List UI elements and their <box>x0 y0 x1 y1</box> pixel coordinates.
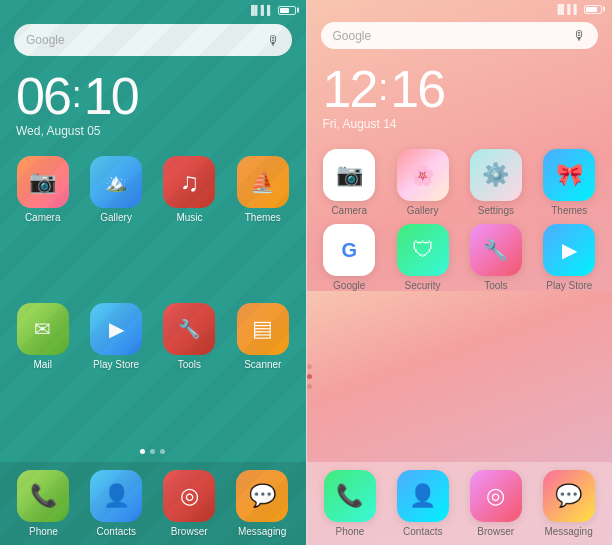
app-icon-tools-right: 🔧 <box>470 224 522 276</box>
app-label-settings-right: Settings <box>478 205 514 216</box>
app-icon-google-right: G <box>323 224 375 276</box>
status-icons-left: ▐▌▌▌ <box>248 5 296 15</box>
dock-left: 📞 Phone 👤 Contacts ◎ Browser 💬 Messaging <box>0 462 306 545</box>
app-item-security-right[interactable]: 🛡 Security <box>390 224 455 291</box>
app-item-google-right[interactable]: G Google <box>317 224 382 291</box>
app-icon-scanner-left: ▤ <box>237 303 289 355</box>
clock-minute-right: 16 <box>390 63 444 115</box>
app-item-gallery-left[interactable]: 🏔️ Gallery <box>83 156 148 295</box>
app-icon-themes-left: ⛵ <box>237 156 289 208</box>
app-item-playstore-left[interactable]: ▶ Play Store <box>83 303 148 442</box>
dock-icon-messaging-left: 💬 <box>236 470 288 522</box>
dock-label-messaging-right: Messaging <box>544 526 592 537</box>
app-icon-mail-left: ✉ <box>17 303 69 355</box>
clock-date-right: Fri, August 14 <box>323 117 597 131</box>
dots-left <box>0 441 306 462</box>
app-label-playstore-right: Play Store <box>546 280 592 291</box>
dock-item-messaging-left[interactable]: 💬 Messaging <box>229 470 296 537</box>
clock-time-left: 06 : 10 <box>16 70 290 122</box>
dot-3-left <box>160 449 165 454</box>
dock-label-messaging-left: Messaging <box>238 526 286 537</box>
dock-item-contacts-right[interactable]: 👤 Contacts <box>389 470 456 537</box>
dock-label-phone-right: Phone <box>335 526 364 537</box>
dock-item-browser-left[interactable]: ◎ Browser <box>156 470 223 537</box>
app-item-tools-right[interactable]: 🔧 Tools <box>463 224 528 291</box>
dock-icon-contacts-left: 👤 <box>90 470 142 522</box>
status-bar-left: ▐▌▌▌ <box>0 0 306 18</box>
dock-icon-messaging-right: 💬 <box>543 470 595 522</box>
dock-item-browser-right[interactable]: ◎ Browser <box>462 470 529 537</box>
battery-fill-right <box>586 7 597 12</box>
app-item-mail-left[interactable]: ✉ Mail <box>10 303 75 442</box>
app-icon-security-right: 🛡 <box>397 224 449 276</box>
app-item-settings-right[interactable]: ⚙️ Settings <box>463 149 528 216</box>
app-item-camera-left[interactable]: 📷 Camera <box>10 156 75 295</box>
app-item-tools-left[interactable]: 🔧 Tools <box>157 303 222 442</box>
app-item-music-left[interactable]: ♫ Music <box>157 156 222 295</box>
dock-icon-contacts-right: 👤 <box>397 470 449 522</box>
app-icon-playstore-left: ▶ <box>90 303 142 355</box>
app-label-gallery-left: Gallery <box>100 212 132 223</box>
app-label-themes-right: Themes <box>551 205 587 216</box>
app-icon-camera-left: 📷 <box>17 156 69 208</box>
clock-area-left: 06 : 10 Wed, August 05 <box>0 62 306 146</box>
dot-2-left <box>150 449 155 454</box>
app-label-scanner-left: Scanner <box>244 359 281 370</box>
dock-right: 📞 Phone 👤 Contacts ◎ Browser 💬 Messaging <box>307 462 613 545</box>
dock-item-phone-left[interactable]: 📞 Phone <box>10 470 77 537</box>
clock-time-right: 12 : 16 <box>323 63 597 115</box>
battery-right <box>584 5 602 14</box>
signal-left: ▐▌▌▌ <box>248 5 274 15</box>
clock-minute-left: 10 <box>84 70 138 122</box>
app-label-tools-left: Tools <box>178 359 201 370</box>
app-label-themes-left: Themes <box>245 212 281 223</box>
clock-hour-left: 06 <box>16 70 70 122</box>
dock-item-contacts-left[interactable]: 👤 Contacts <box>83 470 150 537</box>
app-label-playstore-left: Play Store <box>93 359 139 370</box>
clock-area-right: 12 : 16 Fri, August 14 <box>307 55 613 139</box>
app-item-themes-left[interactable]: ⛵ Themes <box>230 156 295 295</box>
clock-colon-left: : <box>72 74 82 116</box>
app-icon-tools-left: 🔧 <box>163 303 215 355</box>
dock-icon-browser-right: ◎ <box>470 470 522 522</box>
app-label-camera-left: Camera <box>25 212 61 223</box>
search-bar-left[interactable]: Google 🎙 <box>14 24 292 56</box>
search-text-right: Google <box>333 29 574 43</box>
search-text-left: Google <box>26 33 267 47</box>
app-item-themes-right[interactable]: 🎀 Themes <box>537 149 602 216</box>
app-label-music-left: Music <box>176 212 202 223</box>
dot-1-left <box>140 449 145 454</box>
app-label-google-right: Google <box>333 280 365 291</box>
app-icon-music-left: ♫ <box>163 156 215 208</box>
app-icon-camera-right: 📷 <box>323 149 375 201</box>
mic-icon-left: 🎙 <box>267 33 280 48</box>
dock-icon-browser-left: ◎ <box>163 470 215 522</box>
dock-label-contacts-left: Contacts <box>97 526 136 537</box>
dot-3-right <box>307 384 312 389</box>
app-item-playstore-right[interactable]: ▶ Play Store <box>537 224 602 291</box>
phone-left: ▐▌▌▌ Google 🎙 06 : 10 Wed, August 05 📷 C… <box>0 0 306 545</box>
dock-label-phone-left: Phone <box>29 526 58 537</box>
battery-left <box>278 6 296 15</box>
search-bar-right[interactable]: Google 🎙 <box>321 22 599 49</box>
battery-fill-left <box>280 8 290 13</box>
dock-item-phone-right[interactable]: 📞 Phone <box>317 470 384 537</box>
app-label-camera-right: Camera <box>331 205 367 216</box>
dock-label-browser-left: Browser <box>171 526 208 537</box>
dot-1-right <box>307 364 312 369</box>
dot-2-right <box>307 374 312 379</box>
dock-label-browser-right: Browser <box>477 526 514 537</box>
mic-icon-right: 🎙 <box>573 28 586 43</box>
dock-item-messaging-right[interactable]: 💬 Messaging <box>535 470 602 537</box>
app-item-scanner-left[interactable]: ▤ Scanner <box>230 303 295 442</box>
app-label-mail-left: Mail <box>34 359 52 370</box>
status-bar-right: ▐▌▌▌ <box>307 0 613 16</box>
app-icon-themes-right: 🎀 <box>543 149 595 201</box>
dots-right <box>307 291 613 462</box>
dock-label-contacts-right: Contacts <box>403 526 442 537</box>
app-label-gallery-right: Gallery <box>407 205 439 216</box>
clock-colon-right: : <box>378 67 388 109</box>
app-item-gallery-right[interactable]: 🌸 Gallery <box>390 149 455 216</box>
app-item-camera-right[interactable]: 📷 Camera <box>317 149 382 216</box>
app-icon-gallery-right: 🌸 <box>397 149 449 201</box>
